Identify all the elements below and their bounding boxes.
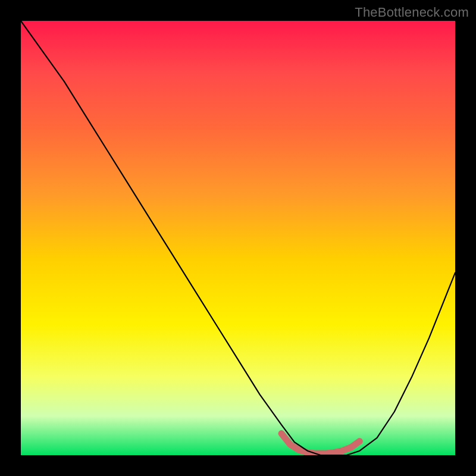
watermark-text: TheBottleneck.com [355, 5, 469, 20]
plot-area [21, 21, 455, 455]
bottleneck-curve [21, 21, 455, 455]
chart-svg [21, 21, 455, 455]
highlight-band [281, 434, 359, 454]
chart-container: TheBottleneck.com [0, 0, 476, 476]
